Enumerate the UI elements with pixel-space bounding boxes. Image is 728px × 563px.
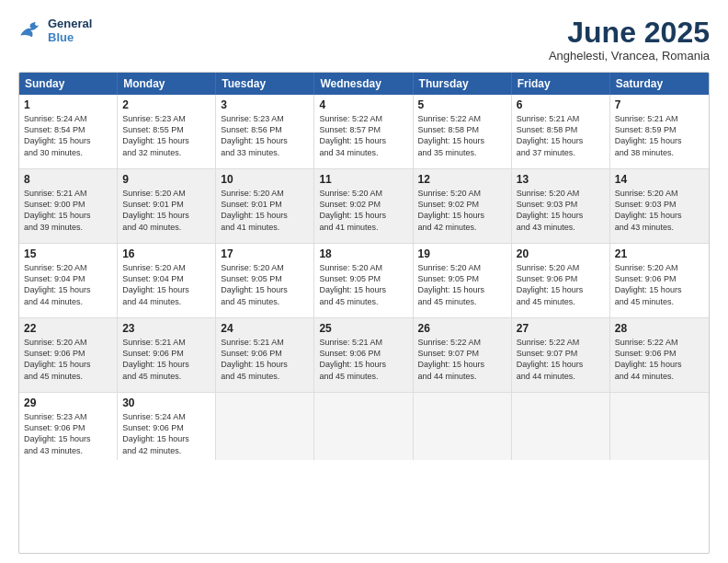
calendar-row: 8Sunrise: 5:21 AM Sunset: 9:00 PM Daylig…: [19, 168, 709, 243]
calendar-cell: 24Sunrise: 5:21 AM Sunset: 9:06 PM Dayli…: [216, 318, 314, 392]
day-number: 29: [24, 396, 112, 409]
day-number: 22: [24, 322, 112, 335]
day-number: 4: [319, 98, 407, 111]
day-number: 14: [615, 173, 704, 186]
calendar-cell: 5Sunrise: 5:22 AM Sunset: 8:58 PM Daylig…: [414, 95, 512, 168]
day-number: 16: [122, 247, 210, 260]
day-number: 10: [221, 173, 309, 186]
day-number: 24: [221, 322, 309, 335]
calendar-cell: 2Sunrise: 5:23 AM Sunset: 8:55 PM Daylig…: [118, 95, 216, 168]
page: General Blue June 2025 Anghelesti, Vranc…: [0, 0, 728, 563]
logo: General Blue: [18, 17, 92, 44]
day-number: 13: [517, 173, 605, 186]
day-info: Sunrise: 5:22 AM Sunset: 9:06 PM Dayligh…: [615, 337, 704, 382]
calendar-cell: [314, 393, 413, 460]
cal-header-day: Tuesday: [216, 73, 314, 95]
day-info: Sunrise: 5:22 AM Sunset: 8:57 PM Dayligh…: [319, 113, 407, 158]
calendar-cell: 13Sunrise: 5:20 AM Sunset: 9:03 PM Dayli…: [512, 169, 610, 243]
calendar-cell: 4Sunrise: 5:22 AM Sunset: 8:57 PM Daylig…: [314, 95, 413, 168]
calendar-cell: 8Sunrise: 5:21 AM Sunset: 9:00 PM Daylig…: [19, 169, 118, 243]
calendar-cell: 6Sunrise: 5:21 AM Sunset: 8:58 PM Daylig…: [512, 95, 610, 168]
calendar-cell: 22Sunrise: 5:20 AM Sunset: 9:06 PM Dayli…: [19, 318, 118, 392]
day-number: 20: [517, 247, 605, 260]
calendar-body: 1Sunrise: 5:24 AM Sunset: 8:54 PM Daylig…: [19, 95, 709, 460]
cal-header-day: Saturday: [610, 73, 709, 95]
day-info: Sunrise: 5:21 AM Sunset: 9:06 PM Dayligh…: [122, 337, 210, 382]
calendar-cell: 14Sunrise: 5:20 AM Sunset: 9:03 PM Dayli…: [610, 169, 709, 243]
calendar-cell: 30Sunrise: 5:24 AM Sunset: 9:06 PM Dayli…: [118, 393, 216, 460]
day-number: 28: [615, 322, 704, 335]
cal-header-day: Monday: [118, 73, 216, 95]
calendar-cell: 11Sunrise: 5:20 AM Sunset: 9:02 PM Dayli…: [314, 169, 413, 243]
calendar-cell: [512, 393, 610, 460]
day-number: 21: [615, 247, 704, 260]
calendar-cell: 21Sunrise: 5:20 AM Sunset: 9:06 PM Dayli…: [610, 244, 709, 317]
day-info: Sunrise: 5:20 AM Sunset: 9:02 PM Dayligh…: [418, 188, 506, 233]
day-info: Sunrise: 5:20 AM Sunset: 9:04 PM Dayligh…: [24, 262, 112, 307]
calendar-cell: 18Sunrise: 5:20 AM Sunset: 9:05 PM Dayli…: [314, 244, 413, 317]
calendar-cell: 9Sunrise: 5:20 AM Sunset: 9:01 PM Daylig…: [118, 169, 216, 243]
day-info: Sunrise: 5:21 AM Sunset: 8:58 PM Dayligh…: [517, 113, 605, 158]
day-info: Sunrise: 5:23 AM Sunset: 8:55 PM Dayligh…: [122, 113, 210, 158]
day-info: Sunrise: 5:22 AM Sunset: 8:58 PM Dayligh…: [418, 113, 506, 158]
day-info: Sunrise: 5:21 AM Sunset: 8:59 PM Dayligh…: [615, 113, 704, 158]
day-info: Sunrise: 5:20 AM Sunset: 9:05 PM Dayligh…: [418, 262, 506, 307]
day-number: 26: [418, 322, 506, 335]
title-block: June 2025 Anghelesti, Vrancea, Romania: [549, 17, 710, 63]
day-number: 3: [221, 98, 309, 111]
calendar-cell: [610, 393, 709, 460]
day-number: 11: [319, 173, 407, 186]
cal-header-day: Friday: [512, 73, 610, 95]
calendar-cell: 25Sunrise: 5:21 AM Sunset: 9:06 PM Dayli…: [314, 318, 413, 392]
calendar-cell: 20Sunrise: 5:20 AM Sunset: 9:06 PM Dayli…: [512, 244, 610, 317]
day-info: Sunrise: 5:20 AM Sunset: 9:03 PM Dayligh…: [517, 188, 605, 233]
calendar-cell: 16Sunrise: 5:20 AM Sunset: 9:04 PM Dayli…: [118, 244, 216, 317]
day-number: 30: [122, 396, 210, 409]
day-number: 8: [24, 173, 112, 186]
logo-text: General Blue: [48, 17, 92, 44]
calendar-cell: [216, 393, 314, 460]
calendar-cell: 28Sunrise: 5:22 AM Sunset: 9:06 PM Dayli…: [610, 318, 709, 392]
calendar-cell: 15Sunrise: 5:20 AM Sunset: 9:04 PM Dayli…: [19, 244, 118, 317]
day-info: Sunrise: 5:20 AM Sunset: 9:06 PM Dayligh…: [24, 337, 112, 382]
day-number: 18: [319, 247, 407, 260]
subtitle: Anghelesti, Vrancea, Romania: [549, 49, 710, 63]
calendar-cell: 17Sunrise: 5:20 AM Sunset: 9:05 PM Dayli…: [216, 244, 314, 317]
day-number: 12: [418, 173, 506, 186]
day-info: Sunrise: 5:20 AM Sunset: 9:05 PM Dayligh…: [221, 262, 309, 307]
day-info: Sunrise: 5:20 AM Sunset: 9:05 PM Dayligh…: [319, 262, 407, 307]
day-info: Sunrise: 5:21 AM Sunset: 9:06 PM Dayligh…: [319, 337, 407, 382]
day-info: Sunrise: 5:20 AM Sunset: 9:06 PM Dayligh…: [517, 262, 605, 307]
calendar-header: SundayMondayTuesdayWednesdayThursdayFrid…: [19, 73, 709, 95]
calendar-cell: 12Sunrise: 5:20 AM Sunset: 9:02 PM Dayli…: [414, 169, 512, 243]
day-info: Sunrise: 5:22 AM Sunset: 9:07 PM Dayligh…: [418, 337, 506, 382]
day-info: Sunrise: 5:20 AM Sunset: 9:01 PM Dayligh…: [221, 188, 309, 233]
day-number: 27: [517, 322, 605, 335]
calendar-row: 29Sunrise: 5:23 AM Sunset: 9:06 PM Dayli…: [19, 392, 709, 460]
day-info: Sunrise: 5:23 AM Sunset: 8:56 PM Dayligh…: [221, 113, 309, 158]
day-number: 25: [319, 322, 407, 335]
day-info: Sunrise: 5:20 AM Sunset: 9:02 PM Dayligh…: [319, 188, 407, 233]
day-number: 7: [615, 98, 704, 111]
main-title: June 2025: [549, 17, 710, 49]
calendar-cell: [414, 393, 512, 460]
day-info: Sunrise: 5:24 AM Sunset: 8:54 PM Dayligh…: [24, 113, 112, 158]
day-number: 6: [517, 98, 605, 111]
day-info: Sunrise: 5:22 AM Sunset: 9:07 PM Dayligh…: [517, 337, 605, 382]
calendar-cell: 1Sunrise: 5:24 AM Sunset: 8:54 PM Daylig…: [19, 95, 118, 168]
day-number: 15: [24, 247, 112, 260]
day-info: Sunrise: 5:21 AM Sunset: 9:00 PM Dayligh…: [24, 188, 112, 233]
cal-header-day: Wednesday: [314, 73, 413, 95]
day-info: Sunrise: 5:20 AM Sunset: 9:01 PM Dayligh…: [122, 188, 210, 233]
day-number: 9: [122, 173, 210, 186]
calendar-cell: 3Sunrise: 5:23 AM Sunset: 8:56 PM Daylig…: [216, 95, 314, 168]
calendar-row: 22Sunrise: 5:20 AM Sunset: 9:06 PM Dayli…: [19, 317, 709, 392]
day-number: 17: [221, 247, 309, 260]
cal-header-day: Thursday: [414, 73, 512, 95]
day-info: Sunrise: 5:20 AM Sunset: 9:04 PM Dayligh…: [122, 262, 210, 307]
header: General Blue June 2025 Anghelesti, Vranc…: [18, 17, 710, 63]
day-number: 23: [122, 322, 210, 335]
day-info: Sunrise: 5:21 AM Sunset: 9:06 PM Dayligh…: [221, 337, 309, 382]
day-number: 5: [418, 98, 506, 111]
day-info: Sunrise: 5:20 AM Sunset: 9:06 PM Dayligh…: [615, 262, 704, 307]
